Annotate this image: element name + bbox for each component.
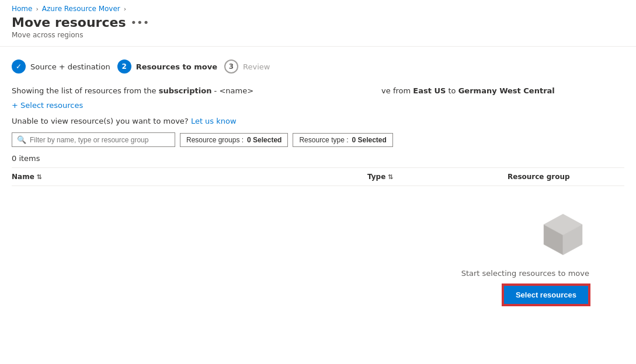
info-to: to	[449, 86, 458, 95]
col-resource-group-label: Resource group	[508, 173, 570, 181]
resource-groups-filter[interactable]: Resource groups : 0 Selected	[180, 133, 288, 147]
unable-text-label: Unable to view resource(s) you want to m…	[12, 117, 189, 125]
col-type-label: Type	[367, 173, 385, 181]
page-title: Move resources	[12, 15, 126, 30]
let-us-know-link[interactable]: Let us know	[191, 117, 237, 125]
page-subtitle: Move across regions	[12, 31, 624, 39]
filter-input-wrapper: 🔍	[12, 132, 175, 147]
col-name: Name ⇅	[12, 173, 344, 181]
table-header: Name ⇅ Type ⇅ Resource group	[12, 167, 624, 186]
breadcrumb: Home › Azure Resource Mover ›	[0, 0, 636, 15]
step-1-label: Source + destination	[30, 62, 110, 71]
info-region-to: Germany West Central	[458, 86, 555, 95]
stepper: ✓ Source + destination 2 Resources to mo…	[12, 56, 624, 77]
select-resources-button[interactable]: Select resources	[503, 285, 589, 305]
select-resources-link[interactable]: + Select resources	[12, 101, 83, 110]
info-subscription: subscription	[159, 86, 212, 95]
step-2-circle: 2	[117, 60, 131, 74]
step-2-label: Resources to move	[136, 62, 217, 71]
resource-type-filter[interactable]: Resource type : 0 Selected	[293, 133, 392, 147]
breadcrumb-sep-2: ›	[124, 5, 126, 13]
step-3[interactable]: 3 Review	[224, 56, 277, 77]
select-resources-btn-wrapper: Select resources	[503, 285, 589, 305]
step-2[interactable]: 2 Resources to move	[117, 56, 224, 77]
breadcrumb-azure-resource-mover[interactable]: Azure Resource Mover	[42, 5, 120, 13]
info-text: Showing the list of resources from the s…	[12, 86, 624, 95]
cube-illustration	[537, 209, 589, 262]
col-name-label: Name	[12, 173, 34, 181]
step-3-circle: 3	[224, 60, 238, 74]
resource-groups-value: 0 Selected	[247, 136, 281, 144]
info-prefix: Showing the list of resources from the	[12, 86, 157, 95]
breadcrumb-sep-1: ›	[36, 5, 38, 13]
more-options-icon[interactable]: •••	[130, 16, 149, 29]
col-resource-group: Resource group	[508, 173, 624, 181]
main-content: ✓ Source + destination 2 Resources to mo…	[0, 47, 636, 326]
col-name-sort-icon[interactable]: ⇅	[37, 173, 42, 181]
resource-type-label: Resource type :	[299, 136, 348, 144]
col-type-sort-icon[interactable]: ⇅	[388, 173, 393, 181]
filter-input[interactable]	[30, 136, 170, 144]
resource-type-value: 0 Selected	[352, 136, 386, 144]
info-mid: - <name> ve from	[214, 86, 413, 95]
items-count: 0 items	[12, 154, 624, 163]
step-1[interactable]: ✓ Source + destination	[12, 56, 117, 77]
step-3-label: Review	[243, 62, 270, 71]
empty-state-text: Start selecting resources to move	[461, 269, 589, 278]
breadcrumb-home[interactable]: Home	[12, 5, 32, 13]
search-icon: 🔍	[17, 135, 26, 144]
page-header: Move resources ••• Move across regions	[0, 15, 636, 46]
col-type: Type ⇅	[367, 173, 484, 181]
resource-groups-label: Resource groups :	[186, 136, 244, 144]
filter-row: 🔍 Resource groups : 0 Selected Resource …	[12, 132, 624, 147]
step-1-circle: ✓	[12, 60, 26, 74]
unable-view-text: Unable to view resource(s) you want to m…	[12, 117, 624, 125]
info-region-from: East US	[413, 86, 446, 95]
empty-state: Start selecting resources to move Select…	[12, 186, 624, 317]
